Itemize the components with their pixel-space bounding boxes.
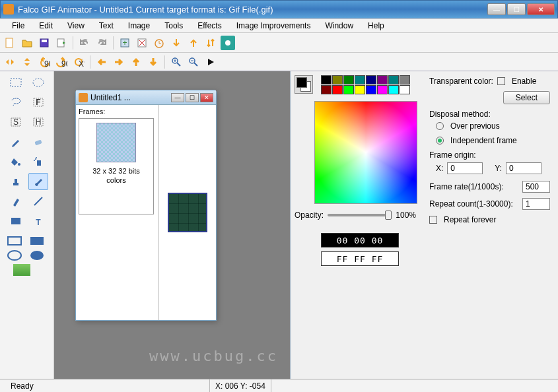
arrow-down-icon[interactable]	[146, 55, 160, 69]
export-icon[interactable]	[54, 36, 69, 50]
rotate-cw-90-icon[interactable]: 90°	[54, 55, 69, 69]
rotate-free-icon[interactable]: X°	[71, 55, 86, 69]
arrow-right-icon[interactable]	[112, 55, 126, 69]
origin-y-input[interactable]	[506, 162, 541, 174]
palette-swatch[interactable]	[366, 85, 376, 94]
pencil-tool[interactable]	[6, 133, 26, 150]
svg-line-22	[194, 63, 197, 66]
rect-outline-shape[interactable]	[6, 235, 23, 247]
maximize-button[interactable]: ☐	[507, 3, 526, 15]
menu-effects[interactable]: Effects	[191, 20, 228, 32]
rect-fill-tool[interactable]	[6, 212, 26, 230]
minimize-button[interactable]: —	[487, 3, 506, 15]
palette-swatch[interactable]	[343, 85, 354, 94]
doc-maximize-button[interactable]: ☐	[186, 93, 199, 102]
palette-swatch[interactable]	[355, 85, 365, 94]
palette-swatch[interactable]	[388, 75, 399, 84]
over-previous-radio[interactable]	[436, 122, 444, 130]
foreground-color	[296, 77, 307, 88]
stamp-tool[interactable]	[6, 173, 26, 190]
repeat-count-input[interactable]	[522, 198, 550, 210]
swap-icon[interactable]	[203, 36, 218, 50]
opacity-slider[interactable]	[328, 214, 392, 216]
brush-tool[interactable]	[28, 173, 48, 190]
svg-rect-24	[11, 79, 21, 86]
foreground-hex[interactable]: 00 00 00	[321, 233, 399, 247]
palette-swatch[interactable]	[332, 75, 343, 84]
over-previous-label: Over previous	[450, 121, 500, 131]
palette-swatch[interactable]	[355, 75, 365, 84]
delete-frame-icon[interactable]	[135, 36, 149, 50]
spray-tool[interactable]	[28, 153, 48, 170]
framerate-input[interactable]	[522, 181, 550, 193]
ellipse-filled-shape[interactable]	[28, 249, 46, 261]
background-hex[interactable]: FF FF FF	[321, 251, 399, 266]
move-up-icon[interactable]	[186, 36, 201, 50]
zoom-out-icon[interactable]	[186, 55, 201, 69]
lasso-tool[interactable]	[6, 94, 26, 111]
frame-thumbnail[interactable]: 32 x 32 32 bits colors	[79, 118, 154, 214]
independent-frame-radio[interactable]	[436, 137, 444, 145]
gradient-swatch[interactable]	[13, 264, 30, 276]
rect-select-tool[interactable]	[6, 74, 26, 91]
zoom-in-icon[interactable]	[169, 55, 184, 69]
menu-window[interactable]: Window	[318, 20, 360, 32]
document-titlebar[interactable]: Untitled1 ... — ☐ ✕	[76, 90, 216, 105]
menu-image-improvements[interactable]: Image Improvements	[230, 20, 318, 32]
record-icon[interactable]	[221, 36, 235, 50]
new-file-icon[interactable]	[3, 36, 17, 50]
redo-icon[interactable]	[94, 36, 109, 50]
repeat-forever-checkbox[interactable]	[429, 216, 437, 224]
menu-text[interactable]: Text	[92, 20, 120, 32]
rect-filled-shape[interactable]	[28, 235, 46, 247]
eraser-tool[interactable]	[28, 133, 48, 150]
shape-select-tool[interactable]: S	[6, 114, 26, 131]
rotate-ccw-90-icon[interactable]: 90°	[37, 55, 52, 69]
flip-v-icon[interactable]	[20, 55, 34, 69]
menu-edit[interactable]: Edit	[32, 20, 59, 32]
menu-file[interactable]: File	[5, 20, 31, 32]
origin-x-input[interactable]	[447, 162, 483, 174]
menu-image[interactable]: Image	[122, 20, 157, 32]
enable-transparent-checkbox[interactable]	[497, 77, 505, 85]
arrow-up-icon[interactable]	[129, 55, 143, 69]
color-picker[interactable]	[314, 101, 417, 204]
text-tool[interactable]: T	[28, 212, 48, 230]
play-icon[interactable]	[203, 55, 218, 69]
menu-tools[interactable]: Tools	[158, 20, 190, 32]
doc-close-button[interactable]: ✕	[200, 93, 213, 102]
palette-swatch[interactable]	[332, 85, 343, 94]
ellipse-select-tool[interactable]	[28, 74, 48, 91]
airbrush-tool[interactable]	[6, 193, 26, 210]
save-file-icon[interactable]	[37, 36, 52, 50]
line-tool[interactable]	[28, 193, 48, 210]
svg-point-25	[33, 79, 44, 86]
h-select-tool[interactable]: H	[28, 114, 48, 131]
foreground-background-swatch[interactable]	[295, 75, 313, 94]
move-down-icon[interactable]	[169, 36, 184, 50]
select-transparent-button[interactable]: Select	[503, 91, 550, 104]
text-select-tool[interactable]: F	[28, 94, 48, 111]
palette-swatch[interactable]	[400, 75, 410, 84]
doc-minimize-button[interactable]: —	[171, 93, 184, 102]
palette-swatch[interactable]	[343, 75, 354, 84]
arrow-left-icon[interactable]	[94, 55, 109, 69]
ellipse-outline-shape[interactable]	[6, 249, 23, 261]
close-button[interactable]: ✕	[527, 3, 555, 15]
palette-swatch[interactable]	[366, 75, 376, 84]
palette-swatch[interactable]	[377, 85, 388, 94]
add-frame-icon[interactable]: +	[118, 36, 132, 50]
timer-icon[interactable]	[152, 36, 166, 50]
fill-tool[interactable]	[6, 153, 26, 170]
open-file-icon[interactable]	[20, 36, 34, 50]
undo-icon[interactable]	[77, 36, 92, 50]
palette-swatch[interactable]	[321, 85, 331, 94]
palette-swatch[interactable]	[377, 75, 388, 84]
flip-h-icon[interactable]	[3, 55, 17, 69]
menu-help[interactable]: Help	[361, 20, 391, 32]
menu-view[interactable]: View	[61, 20, 91, 32]
palette-swatch[interactable]	[388, 85, 399, 94]
palette-swatch[interactable]	[321, 75, 331, 84]
canvas-preview[interactable]	[159, 105, 216, 320]
palette-swatch[interactable]	[400, 85, 410, 94]
